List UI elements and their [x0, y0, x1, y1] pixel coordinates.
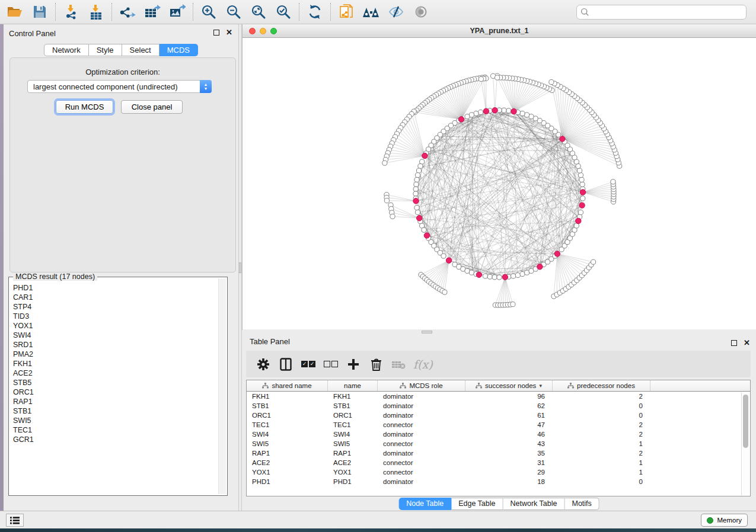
mcds-result-item[interactable]: STB5	[10, 378, 218, 387]
zoom-fit-button[interactable]	[246, 2, 271, 22]
cell: dominator	[378, 430, 465, 439]
cell: 2	[553, 420, 650, 430]
float-panel-icon[interactable]	[731, 340, 737, 346]
mcds-result-item[interactable]: GCR1	[10, 435, 218, 444]
mcds-result-item[interactable]: SRD1	[10, 340, 218, 350]
attribute-icon	[476, 383, 482, 389]
eye-icon	[413, 5, 429, 19]
mcds-result-item[interactable]: STP4	[10, 302, 218, 312]
search-box	[576, 5, 747, 20]
refresh-view-button[interactable]	[302, 2, 327, 22]
search-input[interactable]	[589, 7, 742, 17]
column-header-successor-nodes[interactable]: successor nodes▾	[465, 380, 553, 391]
table-settings-button[interactable]	[256, 357, 271, 372]
birds-eye-view-button[interactable]	[359, 2, 384, 22]
hide-graphics-details-button[interactable]	[384, 2, 409, 22]
delete-columns-button[interactable]	[368, 357, 384, 372]
float-panel-icon[interactable]	[213, 30, 219, 36]
show-columns-button[interactable]	[278, 357, 294, 372]
cell: 46	[465, 430, 553, 439]
tab-edge-table[interactable]: Edge Table	[451, 498, 503, 510]
mcds-result-item[interactable]: CAR1	[10, 293, 218, 302]
table-row[interactable]: YOX1YOX1connector291	[247, 467, 750, 477]
tab-node-table[interactable]: Node Table	[398, 498, 451, 510]
save-session-button[interactable]	[27, 2, 52, 22]
cell: 0	[553, 477, 650, 486]
window-close-button[interactable]	[249, 28, 256, 34]
open-file-button[interactable]	[2, 2, 27, 22]
tab-network-table[interactable]: Network Table	[503, 498, 565, 510]
mcds-result-item[interactable]: ORC1	[10, 387, 218, 397]
table-row[interactable]: SWI5SWI5connector431	[247, 439, 750, 448]
zoom-selected-button[interactable]	[271, 2, 296, 22]
splitter-grip[interactable]	[239, 262, 241, 273]
mcds-result-item[interactable]: SWI4	[10, 331, 218, 340]
open-network-file-button[interactable]	[334, 2, 359, 22]
tab-select[interactable]: Select	[122, 44, 160, 56]
network-canvas[interactable]	[243, 38, 756, 329]
export-image-icon	[169, 4, 186, 20]
tab-style[interactable]: Style	[89, 44, 122, 56]
mcds-result-item[interactable]: STB1	[10, 406, 218, 416]
export-table-button[interactable]	[140, 2, 165, 22]
column-header-shared-name[interactable]: shared name	[247, 380, 328, 391]
import-network-button[interactable]	[59, 2, 84, 22]
add-column-button[interactable]	[346, 357, 361, 372]
column-header-name[interactable]: name	[328, 380, 378, 391]
mcds-result-item[interactable]: RAP1	[10, 397, 218, 406]
mcds-result-item[interactable]: TEC1	[10, 425, 218, 435]
horizontal-splitter[interactable]	[242, 330, 756, 335]
window-minimize-button[interactable]	[260, 28, 266, 34]
close-panel-icon[interactable]: ✕	[744, 340, 750, 346]
splitter-grip[interactable]	[422, 331, 432, 334]
table-row[interactable]: FKH1FKH1dominator962	[247, 392, 750, 401]
mcds-result-item[interactable]: ACE2	[10, 368, 218, 378]
scrollbar-thumb[interactable]	[743, 395, 748, 448]
show-graphics-details-button[interactable]	[409, 2, 433, 22]
column-header-predecessor-nodes[interactable]: predecessor nodes	[553, 380, 650, 391]
table-scrollbar[interactable]	[741, 392, 749, 495]
memory-button[interactable]: Memory	[701, 514, 748, 527]
table-row[interactable]: PHD1PHD1dominator180	[247, 477, 750, 486]
table-row[interactable]: STB1STB1dominator620	[247, 401, 750, 411]
tab-network[interactable]: Network	[44, 44, 89, 56]
criterion-select[interactable]: largest connected component (undirected)…	[27, 80, 212, 93]
mcds-result-item[interactable]: TID3	[10, 312, 218, 321]
delete-table-button[interactable]	[391, 357, 406, 372]
table-row[interactable]: ACE2ACE2connector311	[247, 458, 750, 467]
cell: ACE2	[247, 458, 328, 467]
network-window-titlebar[interactable]: YPA_prune.txt_1	[243, 24, 756, 38]
export-network-button[interactable]	[115, 2, 140, 22]
function-builder-button[interactable]: f(x)	[413, 358, 433, 371]
table-row[interactable]: ORC1ORC1dominator610	[247, 411, 750, 420]
close-panel-icon[interactable]: ✕	[226, 30, 232, 36]
zoom-in-button[interactable]	[196, 2, 221, 22]
mcds-result-item[interactable]: FKH1	[10, 359, 218, 368]
mcds-result-item[interactable]: YOX1	[10, 321, 218, 331]
mcds-result-list: PHD1CAR1STP4TID3YOX1SWI4SRD1PMA2FKH1ACE2…	[10, 283, 218, 494]
task-history-button[interactable]	[6, 514, 24, 527]
table-body: FKH1FKH1dominator962STB1STB1dominator620…	[247, 392, 750, 486]
cell: ORC1	[247, 411, 328, 420]
tab-motifs[interactable]: Motifs	[564, 498, 599, 510]
export-image-button[interactable]	[165, 2, 190, 22]
import-table-button[interactable]	[84, 2, 109, 22]
mcds-result-item[interactable]: PMA2	[10, 350, 218, 359]
select-all-columns-button[interactable]: ✓✓	[301, 357, 316, 372]
window-zoom-button[interactable]	[270, 28, 277, 34]
mcds-list-scrollbar[interactable]	[218, 278, 226, 494]
delete-table-icon	[391, 359, 406, 370]
mcds-result-item[interactable]: SWI5	[10, 416, 218, 425]
close-panel-button[interactable]: Close panel	[121, 100, 183, 114]
table-header-row: shared namenameMCDS rolesuccessor nodes▾…	[247, 380, 750, 392]
run-mcds-button[interactable]: Run MCDS	[56, 100, 113, 114]
zoom-out-button[interactable]	[221, 2, 246, 22]
mcds-result-item[interactable]: PHD1	[10, 283, 218, 293]
table-row[interactable]: TEC1TEC1connector472	[247, 420, 750, 430]
cell: STB1	[247, 401, 328, 411]
table-row[interactable]: RAP1RAP1dominator352	[247, 448, 750, 458]
tab-mcds[interactable]: MCDS	[160, 44, 198, 56]
unselect-all-columns-button[interactable]	[323, 357, 339, 372]
column-header-MCDS-role[interactable]: MCDS role	[378, 380, 465, 391]
table-row[interactable]: SWI4SWI4dominator462	[247, 430, 750, 439]
